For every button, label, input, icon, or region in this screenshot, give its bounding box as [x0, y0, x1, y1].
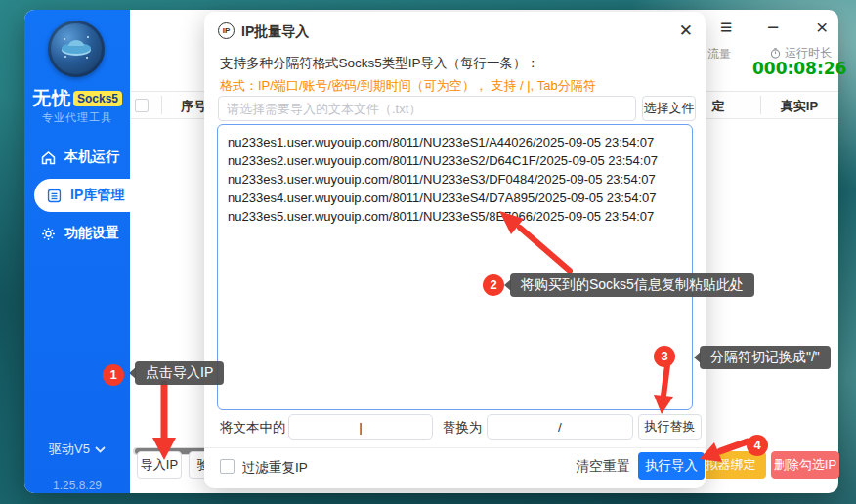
step-4-badge: 4	[747, 435, 768, 456]
driver-selector[interactable]: 驱动V5	[24, 441, 130, 458]
execute-import-button[interactable]: 执行导入	[638, 452, 705, 480]
home-icon	[40, 149, 57, 166]
close-window-icon[interactable]: ×	[816, 14, 828, 41]
sidebar-item-local-run[interactable]: 本机运行	[24, 141, 130, 174]
sidebar: 无忧Socks5 专业代理工具 本机运行 IP库管理	[24, 10, 130, 493]
traffic-label: 流量	[707, 46, 731, 63]
select-all-checkbox[interactable]	[135, 99, 149, 112]
replace-prefix-label: 将文本中的	[220, 419, 286, 437]
clear-reset-button[interactable]: 清空重置	[576, 458, 630, 476]
dialog-hint-text: 支持多种分隔符格式Socks5类型IP导入（每行一条）：	[220, 55, 539, 72]
dialog-format-hint: 格式：IP/端口/账号/密码/到期时间（可为空）， 支持 / |, Tab分隔符	[220, 77, 596, 95]
sidebar-menu: 本机运行 IP库管理 功能设置	[24, 141, 130, 255]
ip-list-textarea[interactable]: nu233es1.user.wuyouip.com/8011/NU233eS1/…	[217, 124, 693, 410]
step-1-tooltip: 点击导入IP	[135, 361, 224, 385]
delete-checked-ip-button[interactable]: 删除勾选IP	[771, 451, 839, 479]
step-1-badge: 1	[103, 364, 124, 386]
stopwatch-icon	[770, 48, 781, 59]
dialog-divider	[204, 447, 706, 448]
brand-name: 无忧	[32, 88, 71, 108]
ip-circle-icon: IP	[218, 22, 235, 39]
filter-duplicate-label: 过滤重复IP	[242, 459, 308, 477]
app-version: 1.25.8.29	[24, 479, 130, 492]
hamburger-menu-icon[interactable]: ≡	[720, 14, 732, 41]
sidebar-item-settings[interactable]: 功能设置	[24, 217, 130, 250]
dialog-title: IP批量导入	[241, 23, 309, 41]
filter-duplicate-checkbox[interactable]	[220, 459, 235, 474]
column-header-real-ip[interactable]: 真实IP	[760, 92, 838, 120]
app-logo-ufo-icon	[48, 21, 105, 77]
column-header-bind-partial[interactable]: 定	[701, 92, 736, 120]
step-3-tooltip: 分隔符切记换成"/"	[700, 346, 831, 369]
execute-replace-button[interactable]: 执行替换	[638, 414, 702, 440]
replace-middle-label: 替换为	[443, 419, 483, 437]
driver-label: 驱动V5	[49, 441, 90, 458]
choose-file-button[interactable]: 选择文件	[642, 96, 696, 121]
chevron-down-icon	[95, 446, 106, 453]
import-ip-button[interactable]: 导入IP	[137, 451, 182, 479]
runtime-value: 000:08:26	[752, 59, 838, 78]
dialog-close-icon[interactable]: ✕	[679, 21, 693, 41]
brand-badge: Socks5	[73, 91, 122, 106]
gear-icon	[40, 226, 57, 242]
sidebar-item-ip-library[interactable]: IP库管理	[34, 179, 130, 212]
file-path-input[interactable]	[218, 96, 636, 121]
step-3-badge: 3	[654, 346, 675, 367]
sidebar-item-label: IP库管理	[70, 187, 124, 204]
brand-subtitle: 专业代理工具	[24, 110, 130, 125]
step-2-tooltip: 将购买到的Socks5信息复制粘贴此处	[510, 273, 754, 297]
brand: 无忧Socks5	[24, 86, 130, 111]
step-2-badge: 2	[483, 274, 504, 296]
list-icon	[46, 188, 63, 204]
replace-from-input[interactable]	[288, 414, 433, 440]
ip-batch-import-dialog: IP IP批量导入 ✕ 支持多种分隔符格式Socks5类型IP导入（每行一条）：…	[204, 12, 706, 488]
sidebar-item-label: 功能设置	[64, 225, 119, 242]
replace-to-input[interactable]	[487, 414, 633, 440]
sidebar-item-label: 本机运行	[64, 148, 119, 166]
minimize-icon[interactable]: −	[767, 14, 779, 41]
